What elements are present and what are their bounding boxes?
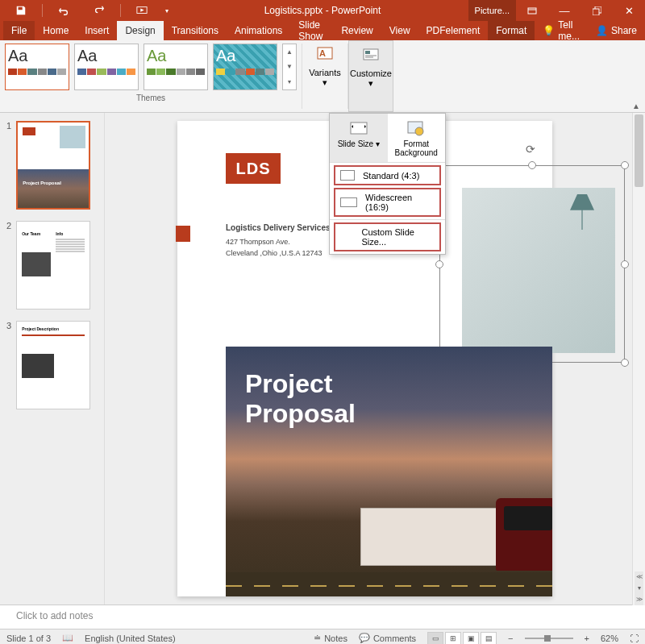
undo-button[interactable]	[48, 0, 80, 21]
theme-aa-label: Aa	[216, 47, 274, 65]
themes-group: Aa Aa Aa Aa ▲▼▾ Themes	[0, 40, 302, 112]
svg-rect-2	[593, 9, 599, 15]
slide-size-standard[interactable]: Standard (4:3)	[334, 165, 441, 185]
prev-slide-button[interactable]: ≪	[635, 571, 643, 583]
picture-tools-label: Picture...	[468, 0, 516, 21]
slide-size-icon	[349, 118, 368, 138]
svg-rect-1	[528, 8, 536, 14]
zoom-out-button[interactable]: −	[508, 634, 513, 643]
notes-pane[interactable]: Click to add notes	[0, 605, 645, 629]
svg-rect-5	[364, 49, 378, 60]
hero-title: Project Proposal	[245, 369, 356, 429]
customize-icon	[361, 46, 381, 65]
selected-image[interactable]: ⟳	[439, 165, 625, 363]
svg-point-9	[415, 127, 423, 135]
slide-size-button[interactable]: Slide Size ▾	[330, 114, 388, 162]
theme-thumb-3[interactable]: Aa	[144, 44, 208, 90]
tab-file[interactable]: File	[3, 21, 35, 40]
zoom-in-button[interactable]: +	[585, 634, 589, 643]
next-slide-button[interactable]: ≫	[635, 594, 643, 605]
image-content	[462, 188, 615, 353]
minimize-button[interactable]: —	[548, 0, 580, 21]
customize-button[interactable]: Customize▾	[348, 40, 393, 112]
zoom-slider[interactable]	[525, 638, 573, 639]
notes-placeholder: Click to add notes	[16, 610, 93, 621]
truck-graphic	[351, 467, 552, 580]
restore-button[interactable]	[580, 0, 613, 21]
variants-button[interactable]: A Variants▾	[302, 40, 347, 112]
theme-aa-label: Aa	[8, 47, 66, 65]
hero-image: Project Proposal	[226, 347, 552, 596]
ribbon-design: Aa Aa Aa Aa ▲▼▾ Themes A Variants▾ Custo…	[0, 40, 645, 113]
svg-rect-6	[365, 51, 370, 54]
share-button[interactable]: 👤Share	[588, 21, 645, 40]
fit-to-window-button[interactable]: ⛶	[630, 634, 639, 643]
slideshow-view-button[interactable]: ▤	[481, 632, 497, 645]
theme-thumb-2[interactable]: Aa	[74, 44, 139, 90]
slide-thumbnail-1[interactable]: Project Proposal	[16, 121, 90, 210]
vertical-scrollbar[interactable]: ≪ ▾ ≫	[632, 113, 645, 605]
scrollbar-thumb[interactable]	[635, 114, 643, 187]
format-background-button[interactable]: Format Background	[388, 114, 446, 162]
normal-view-button[interactable]: ▭	[427, 632, 443, 645]
resize-handle-mr[interactable]	[621, 260, 629, 268]
workspace: 1 Project Proposal 2 Our Team Info 3 Pro…	[0, 113, 645, 605]
lds-logo: LDS	[226, 153, 281, 184]
theme-thumb-4[interactable]: Aa	[213, 44, 277, 90]
qat-more-button[interactable]: ▾	[161, 0, 173, 21]
resize-handle-tm[interactable]	[528, 161, 536, 169]
slide-indicator[interactable]: Slide 1 of 3	[6, 634, 51, 643]
svg-text:A: A	[319, 48, 326, 58]
theme-aa-label: Aa	[147, 47, 205, 65]
tab-design[interactable]: Design	[117, 21, 163, 40]
resize-handle-br[interactable]	[621, 359, 629, 367]
slide-thumbnail-3[interactable]: Project Description	[16, 321, 90, 409]
tab-animations[interactable]: Animations	[227, 21, 290, 40]
slide-sorter-button[interactable]: ⊞	[445, 632, 461, 645]
spellcheck-icon[interactable]: 📖	[62, 633, 73, 643]
format-background-icon	[406, 118, 426, 138]
start-from-beginning-button[interactable]	[126, 0, 158, 21]
save-button[interactable]	[5, 0, 37, 21]
tell-me-button[interactable]: 💡Tell me...	[535, 21, 588, 40]
resize-handle-ml[interactable]	[435, 260, 443, 268]
slide-size-widescreen[interactable]: Widescreen (16:9)	[334, 188, 441, 217]
tab-transitions[interactable]: Transitions	[164, 21, 227, 40]
tab-view[interactable]: View	[381, 21, 418, 40]
theme-thumb-1[interactable]: Aa	[5, 44, 69, 90]
language-indicator[interactable]: English (United States)	[85, 634, 176, 643]
comments-button[interactable]: 💬 Comments	[359, 633, 416, 643]
tab-format[interactable]: Format	[488, 21, 535, 40]
variants-icon: A	[315, 45, 335, 64]
themes-more-button[interactable]: ▲▼▾	[282, 44, 297, 90]
company-info: Logistics Delivery Services 427 Thompson…	[226, 222, 331, 259]
title-bar: ▾ Logistics.pptx - PowerPoint Picture...…	[0, 0, 645, 21]
reading-view-button[interactable]: ▣	[463, 632, 479, 645]
theme-aa-label: Aa	[77, 47, 135, 65]
quick-access-toolbar: ▾	[0, 0, 173, 21]
resize-handle-tr[interactable]	[621, 161, 629, 169]
tab-pdfelement[interactable]: PDFelement	[418, 21, 489, 40]
close-button[interactable]: ✕	[613, 0, 645, 21]
ribbon-display-options-button[interactable]	[516, 0, 548, 21]
tab-slideshow[interactable]: Slide Show	[290, 21, 333, 40]
customize-dropdown-panel: Slide Size ▾ Format Background Standard …	[329, 113, 446, 255]
slide-thumbnail-2[interactable]: Our Team Info	[16, 221, 90, 310]
side-accent	[176, 226, 190, 242]
collapse-ribbon-button[interactable]: ▲	[632, 102, 640, 110]
thumb-number: 2	[6, 221, 11, 231]
tab-home[interactable]: Home	[35, 21, 77, 40]
slide-size-custom[interactable]: Custom Slide Size...	[334, 222, 441, 251]
rotate-handle[interactable]: ⟳	[526, 143, 539, 156]
thumb-number: 3	[6, 321, 11, 330]
tab-insert[interactable]: Insert	[77, 21, 117, 40]
lightbulb-icon: 💡	[543, 25, 555, 36]
scroll-down-button[interactable]: ▾	[635, 583, 643, 594]
redo-button[interactable]	[83, 0, 115, 21]
notes-button[interactable]: ≐ Notes	[314, 633, 347, 643]
tab-review[interactable]: Review	[333, 21, 381, 40]
zoom-level[interactable]: 62%	[601, 634, 618, 643]
slide-thumbnails-pane[interactable]: 1 Project Proposal 2 Our Team Info 3 Pro…	[0, 113, 105, 605]
share-icon: 👤	[596, 25, 608, 36]
thumb-number: 1	[6, 121, 11, 131]
